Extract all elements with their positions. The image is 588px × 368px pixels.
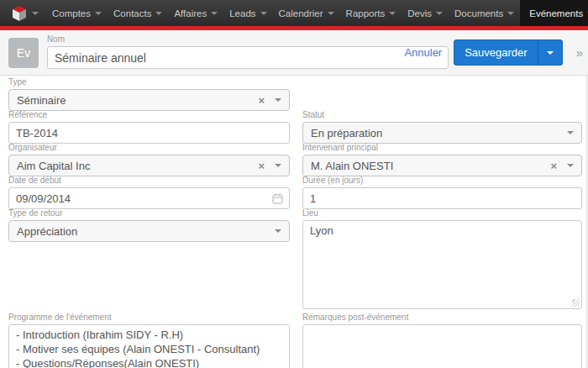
nav-item-rapports[interactable]: Rapports [340,0,402,26]
nav-item-affaires[interactable]: Affaires [168,0,223,26]
organisateur-select[interactable]: Aim Capital Inc × [8,155,290,176]
nav-item-comptes[interactable]: Comptes [46,0,108,26]
type-select[interactable]: Séminaire × [8,89,290,111]
field-intervenant: Intervenant principal M. Alain ONESTI × [302,143,582,176]
nav-item-label: Affaires [174,8,207,18]
field-programme: Programme de l'événement - Introduction … [8,313,290,368]
name-field-group: Nom [47,34,449,69]
chevron-down-icon [95,12,102,15]
cancel-button[interactable]: Annuler [404,46,442,59]
field-duree: Durée (en jours) [302,176,582,209]
chevron-down-icon [567,131,574,134]
type-retour-value: Appréciation [17,225,275,238]
nav-item-label: Devis [407,8,432,18]
chevron-down-icon [436,12,443,15]
clear-icon[interactable]: × [258,95,265,106]
intervenant-label: Intervenant principal [302,143,582,152]
lieu-label: Lieu [302,208,582,218]
organisateur-value: Aim Capital Inc [17,160,258,172]
remarques-textarea[interactable] [302,324,582,368]
remarques-label: Remarques post-événement [302,313,582,322]
name-input[interactable] [47,46,449,69]
field-date-debut: Date de début [8,176,290,209]
field-statut: Statut En préparation [302,110,582,144]
field-type-retour: Type de retour Appréciation [8,208,290,242]
nav-item-calendrier[interactable]: Calendrier [273,0,340,26]
chevron-down-icon [328,12,334,15]
programme-label: Programme de l'événement [8,313,290,322]
nav-item-label: Rapports [346,8,386,18]
organisateur-label: Organisateur [8,143,290,152]
nav-item-label: Calendrier [279,8,323,18]
chevron-down-icon [260,12,267,15]
nav-item-label: Evénements [529,8,583,18]
nav-item-label: Comptes [52,8,91,18]
duree-label: Durée (en jours) [302,176,582,185]
field-type: Type Séminaire × [8,77,290,111]
programme-textarea[interactable]: - Introduction (Ibrahim SIDY - R.H) - Mo… [8,324,290,368]
nav-item-evenements[interactable]: Evénements [520,0,588,26]
app-logo[interactable] [3,0,46,26]
avatar: Ev [8,38,39,68]
clear-icon[interactable]: × [258,160,265,171]
date-debut-input[interactable] [8,187,290,209]
type-value: Séminaire [17,94,258,107]
field-organisateur: Organisateur Aim Capital Inc × [8,143,290,176]
chevron-down-icon [211,12,218,15]
statut-label: Statut [302,110,582,119]
calendar-icon[interactable] [272,193,283,204]
nav-item-documents[interactable]: Documents [449,0,520,26]
save-button-label[interactable]: Sauvegarder [454,40,537,65]
clear-icon[interactable]: × [550,160,557,171]
chevron-down-icon [567,164,574,167]
nav-item-label: Documents [454,8,503,18]
field-reference: Référence [8,110,290,144]
field-lieu: Lieu Lyon [302,208,582,309]
nav-item-devis[interactable]: Devis [402,0,449,26]
chevron-down-icon [275,229,281,233]
statut-value: En préparation [311,127,567,139]
name-label: Nom [47,34,449,44]
nav-item-label: Contacts [113,8,151,18]
reference-input[interactable] [8,122,290,144]
chevron-down-icon [275,164,281,167]
collapse-chevrons-icon[interactable]: » [575,45,583,60]
lieu-textarea[interactable]: Lyon [302,220,582,309]
save-button[interactable]: Sauvegarder [454,39,562,66]
chevron-down-icon [389,12,396,15]
type-retour-label: Type de retour [8,208,290,218]
top-navbar: Comptes Contacts Affaires Leads Calendri… [0,0,588,26]
chevron-down-icon [155,12,162,15]
intervenant-value: M. Alain ONESTI [311,160,550,172]
chevron-down-icon [275,98,281,102]
intervenant-select[interactable]: M. Alain ONESTI × [302,155,582,176]
reference-label: Référence [8,110,290,119]
statut-select[interactable]: En préparation [302,122,582,144]
type-retour-select[interactable]: Appréciation [8,220,290,242]
nav-item-label: Leads [229,8,255,18]
header-actions: Annuler Sauvegarder » [404,30,583,75]
chevron-down-icon [507,12,514,15]
nav-item-contacts[interactable]: Contacts [108,0,168,26]
duree-input[interactable] [302,187,582,209]
date-debut-label: Date de début [8,176,290,185]
field-remarques: Remarques post-événement [302,313,582,368]
chevron-down-icon [32,12,39,15]
type-label: Type [8,77,290,87]
cube-logo-icon [11,5,28,22]
save-dropdown-toggle[interactable] [538,40,562,65]
record-header: Ev Nom Annuler Sauvegarder » [0,30,588,76]
nav-item-leads[interactable]: Leads [223,0,272,26]
chevron-down-icon [547,51,554,55]
